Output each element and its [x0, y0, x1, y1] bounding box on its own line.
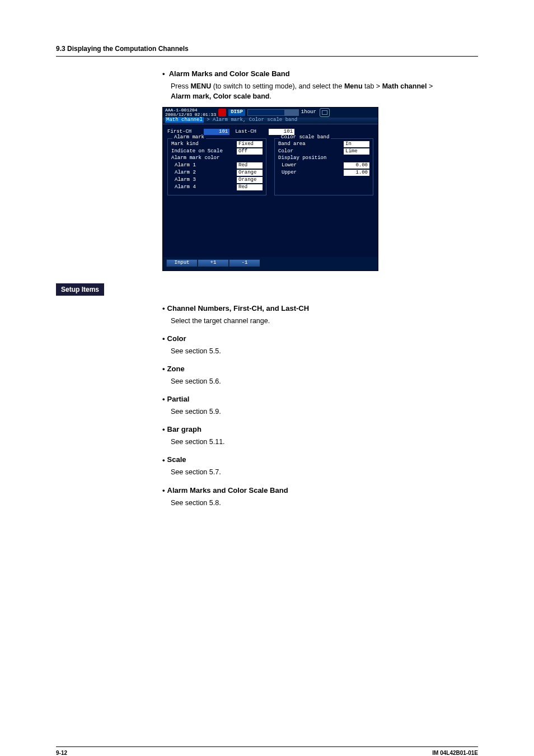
item-desc: See section 5.11.: [171, 437, 478, 447]
intro-heading: • Alarm Marks and Color Scale Band: [162, 69, 478, 80]
bullet-icon: •: [162, 424, 165, 435]
list-item: •Scale See section 5.7.: [162, 455, 478, 477]
ss-body: First-CH 101 Last-CH 101 Alarm mark Mark…: [163, 124, 378, 257]
item-title: Scale: [167, 455, 186, 464]
mark-kind-field[interactable]: Fixed: [237, 141, 263, 147]
item-desc: Select the target channel range.: [171, 316, 478, 326]
minus-button[interactable]: -1: [229, 259, 260, 267]
alert-icon: [218, 109, 226, 116]
list-item: •Zone See section 5.6.: [162, 364, 478, 386]
alarm-color-label: Alarm mark color: [171, 156, 219, 161]
item-title: Channel Numbers, First-CH, and Last-CH: [167, 304, 310, 312]
list-item: •Alarm Marks and Color Scale Band See se…: [162, 486, 478, 508]
item-title: Zone: [167, 365, 185, 373]
list-item: •Bar graph See section 5.11.: [162, 424, 478, 447]
alarm1-field[interactable]: Red: [237, 162, 263, 169]
intro-text: Press MENU (to switch to setting mode), …: [171, 81, 478, 101]
band-area-field[interactable]: In: [344, 141, 369, 147]
math-channel: Math channel: [382, 82, 427, 90]
setup-items-list: •Channel Numbers, First-CH, and Last-CH …: [162, 304, 478, 508]
item-desc: See section 5.7.: [171, 467, 478, 477]
band-area-label: Band area: [278, 142, 306, 147]
list-item: •Color See section 5.5.: [162, 334, 478, 356]
list-item: •Channel Numbers, First-CH, and Last-CH …: [162, 304, 478, 326]
upper-field[interactable]: 1.00: [344, 170, 369, 176]
t3: tab >: [363, 82, 382, 90]
t2: (to switch to setting mode), and select …: [211, 82, 344, 90]
period: .: [269, 92, 271, 100]
bullet-icon: •: [162, 394, 165, 405]
progress-bar: [247, 109, 299, 116]
bullet-icon: •: [162, 364, 165, 375]
plus-button[interactable]: +1: [198, 259, 229, 267]
first-ch-field[interactable]: 101: [204, 129, 229, 135]
mode-label: DISP: [228, 109, 245, 116]
menu-word: MENU: [190, 82, 211, 90]
alarm-mark-group-title: Alarm mark: [172, 135, 206, 141]
disp-pos-label: Display position: [278, 156, 326, 161]
indicate-field[interactable]: Off: [237, 148, 263, 155]
bullet-icon: •: [162, 69, 165, 80]
band-color-label: Color: [278, 149, 293, 155]
alarm3-label: Alarm 3: [171, 178, 196, 183]
indicate-label: Indicate on Scale: [171, 149, 223, 155]
upper-label: Upper: [278, 170, 297, 176]
alarm2-label: Alarm 2: [171, 170, 196, 176]
intro-block: • Alarm Marks and Color Scale Band Press…: [162, 69, 478, 101]
alarm4-label: Alarm 4: [171, 185, 196, 190]
input-button[interactable]: Input: [166, 259, 198, 267]
item-title: Color: [167, 334, 186, 343]
mark-kind-label: Mark kind: [171, 142, 199, 147]
bullet-icon: •: [162, 304, 165, 314]
breadcrumb-path: > Alarm mark, Color scale band: [204, 117, 297, 123]
lower-label: Lower: [278, 163, 297, 169]
list-item: •Partial See section 5.9.: [162, 394, 478, 417]
last-ch-label: Last-CH: [235, 129, 256, 135]
bullet-icon: •: [162, 455, 165, 466]
device-datetime: 2008/12/03 02:01:33: [165, 113, 216, 117]
color-band-group-title: Color scale band: [279, 135, 331, 141]
bullet-icon: •: [162, 486, 165, 496]
item-title: Partial: [167, 395, 190, 403]
intro-title: Alarm Marks and Color Scale Band: [169, 69, 290, 78]
item-desc: See section 5.6.: [171, 376, 478, 386]
t1: Press: [171, 82, 190, 90]
time-scale: 1hour: [301, 110, 316, 115]
bullet-icon: •: [162, 334, 165, 344]
menu-tab: Menu: [344, 82, 363, 90]
item-desc: See section 5.9.: [171, 407, 478, 417]
alarm-mark-path: Alarm mark, Color scale band: [171, 92, 269, 100]
item-desc: See section 5.8.: [171, 498, 478, 508]
alarm1-label: Alarm 1: [171, 163, 196, 169]
section-header: 9.3 Displaying the Computation Channels: [56, 45, 478, 57]
alarm4-field[interactable]: Red: [237, 184, 263, 190]
button-bar: Input +1 -1: [163, 257, 378, 270]
doc-number: IM 04L42B01-01E: [432, 750, 478, 756]
page-number: 9-12: [56, 750, 67, 756]
alarm3-field[interactable]: Orange: [237, 177, 263, 183]
media-icon: [320, 108, 330, 117]
item-title: Bar graph: [167, 425, 202, 433]
lower-field[interactable]: 0.00: [344, 162, 369, 169]
page-footer: 9-12 IM 04L42B01-01E: [56, 746, 478, 756]
breadcrumb-active[interactable]: Math channel: [165, 117, 204, 123]
setup-items-row: Setup Items: [56, 283, 478, 296]
item-desc: See section 5.5.: [171, 346, 478, 356]
alarm2-field[interactable]: Orange: [237, 170, 263, 176]
band-color-field[interactable]: Lime: [344, 148, 369, 155]
first-ch-label: First-CH: [167, 129, 191, 135]
ss-header: AAA-1-001204 2008/12/03 02:01:33 DISP 1h…: [163, 108, 378, 118]
device-screenshot: AAA-1-001204 2008/12/03 02:01:33 DISP 1h…: [162, 107, 378, 271]
setup-items-label: Setup Items: [56, 283, 104, 296]
breadcrumb: Math channel > Alarm mark, Color scale b…: [163, 118, 378, 124]
item-title: Alarm Marks and Color Scale Band: [167, 486, 288, 494]
gt: >: [427, 82, 433, 90]
